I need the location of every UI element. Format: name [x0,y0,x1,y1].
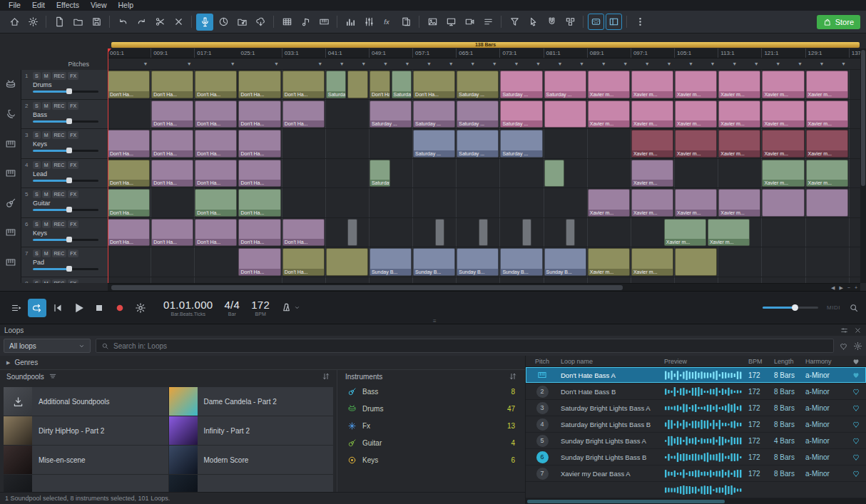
track-fx-button[interactable]: FX [68,131,78,139]
audio-clip[interactable]: Don't Ha... [195,160,237,187]
track-lane[interactable]: Don't Ha...Don't Ha...Don't Ha...Don't H… [108,100,860,130]
audio-clip[interactable]: Xavier m... [588,248,630,276]
soundpool-item[interactable] [169,475,334,492]
audio-clip[interactable]: Saturday ... [413,101,455,128]
track-header[interactable]: 4SMRECFXLead [21,159,108,189]
clip-variation-dropdown-icon[interactable]: ▼ [798,61,803,67]
audio-clip[interactable]: Xavier m... [588,71,630,98]
magnet-button[interactable] [543,14,560,31]
audio-clip[interactable]: Xavier m... [718,189,760,217]
audio-clip[interactable] [544,101,586,128]
slider-thumb[interactable] [66,207,72,212]
keys-track-icon[interactable] [0,218,21,248]
bpm-display[interactable]: 172 BPM [251,299,270,317]
screen-layout-button[interactable] [606,14,622,30]
audio-clip[interactable]: Don't Ha... [108,71,150,98]
clip-variation-dropdown-icon[interactable]: ▼ [536,61,541,67]
audio-clip[interactable]: Don't Ha... [108,160,150,187]
soundpool-item[interactable]: Infinity - Part 2 [169,416,334,445]
templates-button[interactable] [397,14,414,31]
track-header[interactable]: 2SMRECFXBass [21,100,108,130]
track-volume-slider[interactable] [33,239,98,241]
soundpool-item[interactable]: Modern Score [169,446,334,474]
audio-clip[interactable]: Xavier m... [588,101,630,128]
track-rec-button[interactable]: REC [52,161,67,169]
track-header[interactable]: 7SMRECFXPad [21,247,108,277]
instrument-item[interactable]: Keys6 [342,451,520,468]
track-header[interactable]: 5SMRECFXGuitar [21,188,108,218]
track-fx-button[interactable]: FX [68,102,78,110]
home-button[interactable] [6,14,23,31]
audio-clip[interactable]: Don't Ha... [195,71,237,98]
audio-clip[interactable]: Don't Ha... [238,160,280,187]
track-rec-button[interactable]: REC [52,131,67,139]
column-header-length[interactable]: Length [774,358,805,365]
audio-clip[interactable]: Xavier m... [631,71,673,98]
favorite-icon[interactable] [847,453,865,461]
audio-clip[interactable]: Don't Ha... [238,248,280,276]
slider-thumb[interactable] [66,237,72,242]
audio-clip[interactable]: Xavier m... [675,71,717,98]
audio-clip[interactable]: Saturday ... [500,71,542,98]
audio-clip[interactable] [347,71,368,98]
scrollbar-thumb[interactable] [861,50,865,186]
open-project-button[interactable] [69,14,86,31]
metronome-control[interactable] [281,302,300,313]
favorite-icon[interactable] [847,403,865,412]
clip-variation-dropdown-icon[interactable]: ▼ [558,61,563,67]
track-lane[interactable]: Don't Ha...Don't Ha...Don't Ha...Don't H… [108,70,860,100]
clip-variation-dropdown-icon[interactable]: ▼ [404,61,409,67]
track-volume-slider[interactable] [33,180,98,182]
track-fx-button[interactable]: FX [68,190,78,198]
clip-variation-dropdown-icon[interactable]: ▼ [601,61,606,67]
track-header[interactable]: 1SMRECFXDrums [21,70,108,100]
clip-variation-dropdown-icon[interactable]: ▼ [514,61,519,67]
track-m-button[interactable]: M [42,279,51,284]
clip-variation-dropdown-icon[interactable]: ▼ [492,61,497,67]
filter-button[interactable] [506,14,523,31]
track-lane[interactable]: Don't Ha...Don't Ha...Don't Ha...Don't H… [108,218,860,248]
menu-view[interactable]: View [85,0,113,11]
audio-clip[interactable]: Saturday ... [500,130,542,158]
keys-track-icon[interactable] [0,277,21,284]
loops-searchbox[interactable] [96,339,834,353]
play-button[interactable] [69,299,88,317]
scroll-left-icon[interactable]: ◀ [831,285,835,291]
pitch-badge[interactable]: 3 [536,402,549,414]
audio-clip[interactable]: Xavier m... [631,130,673,158]
track-lane[interactable] [108,277,860,284]
audio-clip[interactable]: Sunday B... [544,248,586,276]
instrument-item[interactable]: Drums47 [342,400,520,417]
clip-variation-dropdown-icon[interactable]: ▼ [623,61,628,67]
stop-button[interactable] [90,299,108,317]
loop-preview[interactable] [664,419,748,430]
favorite-icon[interactable] [847,387,865,396]
pitch-cell[interactable] [526,370,559,380]
slider-thumb[interactable] [66,118,72,124]
track-volume-slider[interactable] [33,91,98,93]
track-lane[interactable]: Don't Ha...Don't Ha...Don't Ha...Don't H… [108,129,860,159]
audio-clip[interactable] [566,219,575,247]
audio-clip[interactable]: Saturday ... [457,130,499,158]
soundpool-item[interactable]: Mise-en-scene [4,446,168,474]
audio-clip[interactable]: Xavier m... [806,101,848,128]
track-s-button[interactable]: S [33,131,41,139]
audio-clip[interactable]: Don't Ha... [108,219,150,247]
column-header-harmony[interactable]: Harmony [805,358,847,365]
clip-variation-dropdown-icon[interactable]: ▼ [361,61,366,67]
clip-variation-dropdown-icon[interactable]: ▼ [732,61,737,67]
audio-clip[interactable]: Saturday ... [370,101,412,128]
audio-clip[interactable]: Don't Ha... [282,248,325,276]
tuner-button[interactable] [215,14,232,31]
audio-clip[interactable]: Xavier m... [762,130,804,158]
audio-clip[interactable]: Xavier m... [718,71,760,98]
track-fx-button[interactable]: FX [68,161,78,169]
clip-variation-dropdown-icon[interactable]: ▼ [645,61,650,67]
clip-variation-dropdown-icon[interactable]: ▼ [187,61,192,67]
favorite-icon[interactable] [847,436,865,445]
grouping-button[interactable] [561,14,579,31]
pitch-badge[interactable]: 5 [536,435,549,447]
track-rec-button[interactable]: REC [52,190,67,198]
timeline-vertical-scrollbar[interactable] [860,48,866,283]
track-s-button[interactable]: S [33,72,41,80]
